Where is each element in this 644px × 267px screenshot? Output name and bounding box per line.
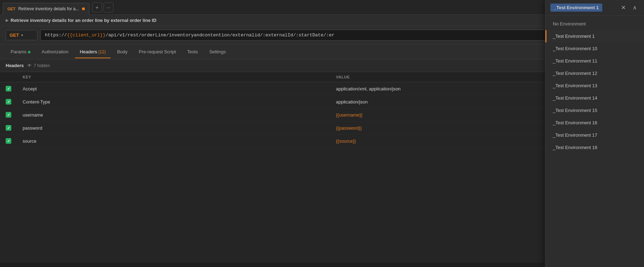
tab-params[interactable]: Params: [6, 46, 35, 58]
headers-section-title: Headers: [6, 63, 24, 68]
add-tab-button[interactable]: +: [92, 2, 102, 12]
main-layout: Params Authorization Headers(12) Body Pr…: [0, 44, 644, 263]
env-item-test-env-13[interactable]: _Test Environment 13: [545, 79, 644, 92]
col-header-key: KEY: [17, 72, 330, 82]
params-dot: [28, 51, 30, 53]
tab-pre-request-script[interactable]: Pre-request Script: [134, 46, 181, 58]
env-item-test-env-17[interactable]: _Test Environment 17: [545, 129, 644, 141]
tab-tests[interactable]: Tests: [182, 46, 203, 58]
env-item-test-env-15[interactable]: _Test Environment 15: [545, 104, 644, 117]
env-chevron-button[interactable]: ∧: [631, 4, 639, 12]
env-item-test-env-11[interactable]: _Test Environment 11: [545, 55, 644, 67]
env-close-button[interactable]: ✕: [619, 4, 628, 12]
row-checkbox[interactable]: [6, 112, 11, 118]
more-options-button[interactable]: ···: [104, 2, 113, 12]
tab-body[interactable]: Body: [112, 46, 133, 58]
env-item-test-env-12[interactable]: _Test Environment 12: [545, 67, 644, 79]
eye-icon: 👁: [27, 63, 32, 68]
hidden-count-badge[interactable]: 👁 7 hidden: [27, 63, 50, 68]
env-item-test-env-18[interactable]: _Test Environment 18: [545, 141, 644, 154]
url-client-variable: {{client_url}}: [67, 32, 105, 38]
tab-method-badge: GET: [7, 7, 16, 11]
url-path: /api/v1/rest/orderLine/inventoryandconte…: [106, 32, 335, 38]
row-key[interactable]: Content-Type: [17, 95, 330, 108]
row-checkbox[interactable]: [6, 99, 11, 105]
row-key[interactable]: Accept: [17, 82, 330, 95]
env-panel-actions: ✕ ∧: [619, 4, 639, 12]
row-key[interactable]: password: [17, 121, 330, 135]
env-item-test-env-10[interactable]: _Test Environment 10: [545, 42, 644, 55]
active-tab[interactable]: GET Retrieve inventory details for a...: [3, 3, 89, 15]
environment-panel: _Test Environment 1 ✕ ∧ No Environment_T…: [545, 0, 644, 267]
tab-unsaved-indicator: [82, 7, 85, 10]
env-item-no-env[interactable]: No Environment: [545, 18, 644, 30]
env-list: No Environment_Test Environment 1_Test E…: [545, 16, 644, 267]
method-selector[interactable]: GET ▾: [6, 30, 37, 40]
tab-settings[interactable]: Settings: [204, 46, 231, 58]
col-header-check: [0, 72, 17, 82]
method-label: GET: [10, 32, 19, 38]
row-key[interactable]: username: [17, 108, 330, 121]
method-dropdown-arrow: ▾: [21, 33, 23, 37]
breadcrumb-text: Retrieve inventory details for an order …: [11, 18, 157, 23]
tab-actions: + ···: [92, 2, 113, 12]
env-item-test-env-1[interactable]: _Test Environment 1: [545, 30, 644, 42]
row-checkbox[interactable]: [6, 138, 11, 144]
env-panel-header: _Test Environment 1 ✕ ∧: [545, 0, 644, 16]
breadcrumb-arrow: ▶: [6, 18, 8, 23]
row-checkbox[interactable]: [6, 86, 11, 91]
row-key[interactable]: source: [17, 135, 330, 148]
env-selected-label: _Test Environment 1: [550, 4, 602, 12]
row-checkbox[interactable]: [6, 125, 11, 131]
hidden-count-label: 7 hidden: [34, 63, 50, 68]
tab-headers[interactable]: Headers(12): [75, 46, 111, 58]
tab-title: Retrieve inventory details for a...: [18, 6, 79, 11]
env-item-test-env-14[interactable]: _Test Environment 14: [545, 92, 644, 104]
url-prefix: https://: [45, 32, 67, 38]
env-item-test-env-16[interactable]: _Test Environment 16: [545, 117, 644, 129]
tab-authorization[interactable]: Authorization: [37, 46, 74, 58]
